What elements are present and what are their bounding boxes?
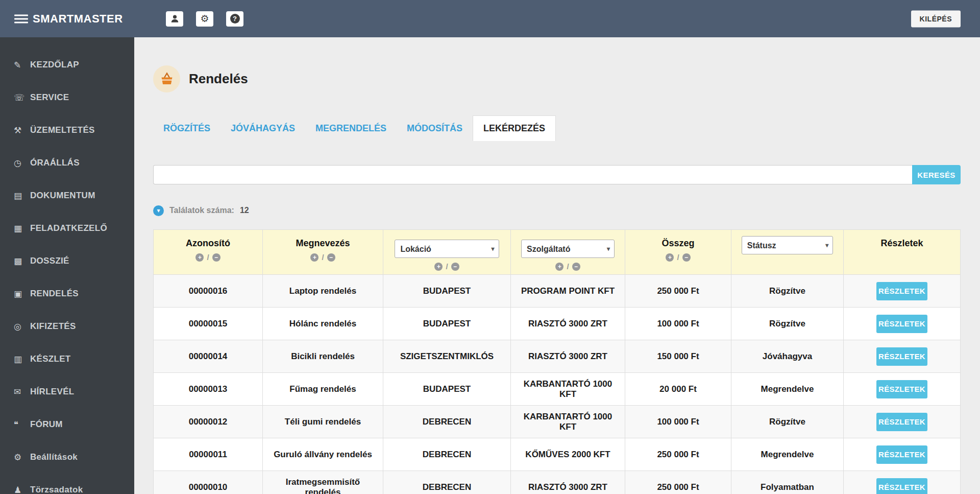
sidebar-item-forum[interactable]: ❝ FÓRUM <box>0 408 134 441</box>
sidebar-item-feladatkezelo[interactable]: ▦ FELADATKEZELŐ <box>0 212 134 245</box>
column-header-megnevezes: Megnevezés + / − <box>263 230 383 275</box>
order-provider-cell: KARBANTARTÓ 1000 KFT <box>511 406 625 438</box>
order-amount-cell: 250 000 Ft <box>625 275 731 308</box>
gear-icon: ⚙ <box>14 452 30 463</box>
sidebar-item-uzemeltetes[interactable]: ⚒ ÜZEMELTETÉS <box>0 114 134 147</box>
order-details-cell: RÉSZLETEK <box>844 340 961 373</box>
order-amount-cell: 100 000 Ft <box>625 308 731 340</box>
sidebar-item-torzsadatok[interactable]: ♟ Törzsadatok <box>0 474 134 494</box>
order-amount-cell: 250 000 Ft <box>625 471 731 494</box>
sidebar-item-label: KEZDŐLAP <box>30 60 79 70</box>
column-header-reszletek: Részletek <box>844 230 961 275</box>
search-input[interactable] <box>153 165 912 184</box>
sidebar-item-dosszie[interactable]: ▩ DOSSZIÉ <box>0 245 134 277</box>
details-button[interactable]: RÉSZLETEK <box>876 315 927 333</box>
tab-lekerdezes[interactable]: LEKÉRDEZÉS <box>473 115 556 141</box>
wrench-icon: ⚒ <box>14 125 30 136</box>
tab-megrendeles[interactable]: MEGRENDELÉS <box>305 116 397 141</box>
user-button[interactable] <box>166 11 183 27</box>
details-button[interactable]: RÉSZLETEK <box>876 282 927 300</box>
order-details-cell: RÉSZLETEK <box>844 373 961 406</box>
sort-desc-icon[interactable]: − <box>212 253 220 262</box>
details-button[interactable]: RÉSZLETEK <box>876 478 927 494</box>
sort-asc-icon[interactable]: + <box>310 253 318 262</box>
tasks-icon: ▦ <box>14 223 30 234</box>
sidebar-item-dokumentum[interactable]: ▤ DOKUMENTUM <box>0 179 134 212</box>
table-row: 00000016 Laptop rendelés BUDAPEST PROGRA… <box>154 275 961 308</box>
sidebar-item-label: RENDELÉS <box>30 289 79 299</box>
sort-asc-icon[interactable]: + <box>666 253 674 262</box>
table-row: 00000011 Guruló állvány rendelés DEBRECE… <box>154 438 961 471</box>
sidebar-item-kezdolap[interactable]: ✎ KEZDŐLAP <box>0 49 134 81</box>
order-provider-cell: PROGRAM POINT KFT <box>511 275 625 308</box>
sort-asc-icon[interactable]: + <box>434 263 443 271</box>
payment-icon: ◎ <box>14 321 30 332</box>
order-status-cell: Rögzítve <box>731 406 844 438</box>
sidebar-item-hirlevel[interactable]: ✉ HÍRLEVÉL <box>0 375 134 408</box>
order-location-cell: DEBRECEN <box>383 471 511 494</box>
details-button[interactable]: RÉSZLETEK <box>876 445 927 464</box>
order-status-cell: Megrendelve <box>731 373 844 406</box>
page-title: Rendelés <box>189 71 248 87</box>
sidebar-item-service[interactable]: ☏ SERVICE <box>0 81 134 114</box>
sidebar-menu: ✎ KEZDŐLAP ☏ SERVICE ⚒ ÜZEMELTETÉS ◷ ÓRA… <box>0 49 134 494</box>
column-title: Összeg <box>625 238 731 249</box>
details-button[interactable]: RÉSZLETEK <box>876 347 927 366</box>
help-button[interactable]: ? <box>226 11 243 27</box>
order-details-cell: RÉSZLETEK <box>844 308 961 340</box>
status-filter[interactable]: Státusz <box>742 236 834 254</box>
sidebar-item-label: KÉSZLET <box>30 354 71 364</box>
column-title: Megnevezés <box>263 238 383 249</box>
sidebar: ✎ KEZDŐLAP ☏ SERVICE ⚒ ÜZEMELTETÉS ◷ ÓRA… <box>0 37 134 494</box>
logout-button[interactable]: KILÉPÉS <box>911 10 961 27</box>
location-filter[interactable]: Lokáció <box>395 240 499 258</box>
tab-modositas[interactable]: MÓDOSÍTÁS <box>397 116 473 141</box>
sort-asc-icon[interactable]: + <box>555 263 564 271</box>
order-provider-cell: RIASZTÓ 3000 ZRT <box>511 340 625 373</box>
main-content: Rendelés RÖGZÍTÉSJÓVÁHAGYÁSMEGRENDELÉSMÓ… <box>134 37 980 494</box>
menu-icon[interactable] <box>14 12 28 25</box>
search-bar: KERESÉS <box>153 165 961 184</box>
order-location-cell: BUDAPEST <box>383 373 511 406</box>
sidebar-item-keszlet[interactable]: ▥ KÉSZLET <box>0 343 134 375</box>
details-button[interactable]: RÉSZLETEK <box>876 380 927 398</box>
tab-rogzites[interactable]: RÖGZÍTÉS <box>153 116 220 141</box>
sort-desc-icon[interactable]: − <box>327 253 335 262</box>
tab-jovahagyas[interactable]: JÓVÁHAGYÁS <box>220 116 305 141</box>
sidebar-item-rendeles[interactable]: ▣ RENDELÉS <box>0 277 134 310</box>
settings-button[interactable]: ⚙ <box>196 11 213 27</box>
search-button[interactable]: KERESÉS <box>912 165 961 184</box>
basket-icon <box>159 71 175 87</box>
edit-icon: ✎ <box>14 60 30 70</box>
sidebar-item-label: DOKUMENTUM <box>30 191 95 201</box>
sort-desc-icon[interactable]: − <box>572 263 580 271</box>
orders-table: Azonosító + / − Megnevezés + / − <box>153 229 961 494</box>
order-amount-cell: 250 000 Ft <box>625 438 731 471</box>
sidebar-item-kifizetes[interactable]: ◎ KIFIZETÉS <box>0 310 134 343</box>
table-row: 00000012 Téli gumi rendelés DEBRECEN KAR… <box>154 406 961 438</box>
order-page-icon <box>153 65 180 92</box>
order-id-cell: 00000012 <box>154 406 263 438</box>
sort-desc-icon[interactable]: − <box>682 253 691 262</box>
sort-desc-icon[interactable]: − <box>451 263 459 271</box>
sort-asc-icon[interactable]: + <box>195 253 204 262</box>
provider-filter[interactable]: Szolgáltató <box>521 240 615 258</box>
details-button[interactable]: RÉSZLETEK <box>876 413 927 431</box>
table-row: 00000010 Iratmegsemmisítő rendelés DEBRE… <box>154 471 961 494</box>
results-summary: ▾ Találatok száma: 12 <box>153 204 961 217</box>
sidebar-item-label: FÓRUM <box>30 419 63 430</box>
table-header-row: Azonosító + / − Megnevezés + / − <box>154 230 961 275</box>
collapse-arrow-icon[interactable]: ▾ <box>153 205 164 216</box>
column-header-osszeg: Összeg + / − <box>625 230 731 275</box>
mail-icon: ✉ <box>14 387 30 397</box>
app-title: SMARTMASTER <box>33 12 123 26</box>
order-name-cell: Bicikli rendelés <box>263 340 383 373</box>
order-id-cell: 00000015 <box>154 308 263 340</box>
order-provider-cell: RIASZTÓ 3000 ZRT <box>511 471 625 494</box>
order-details-cell: RÉSZLETEK <box>844 471 961 494</box>
order-location-cell: SZIGETSZENTMIKLÓS <box>383 340 511 373</box>
sidebar-item-beallitasok[interactable]: ⚙ Beállítások <box>0 441 134 474</box>
order-id-cell: 00000011 <box>154 438 263 471</box>
folder-icon: ▤ <box>14 191 30 201</box>
sidebar-item-oraallas[interactable]: ◷ ÓRAÁLLÁS <box>0 147 134 179</box>
